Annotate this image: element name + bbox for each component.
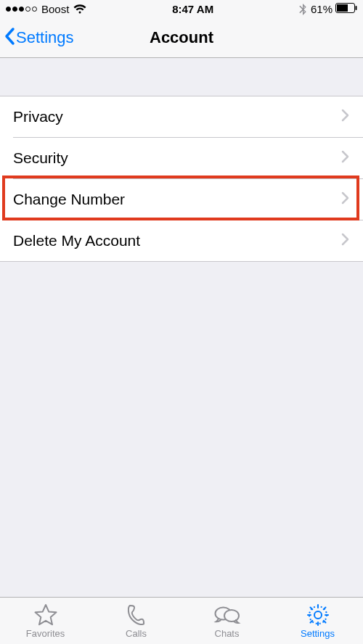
row-security[interactable]: Security bbox=[0, 138, 363, 178]
battery-percent-label: 61% bbox=[311, 3, 333, 15]
tab-calls[interactable]: Calls bbox=[91, 598, 182, 644]
chevron-right-icon bbox=[341, 149, 350, 167]
tab-favorites-label: Favorites bbox=[26, 628, 65, 639]
back-label: Settings bbox=[16, 28, 74, 47]
carrier-label: Boost bbox=[41, 3, 69, 15]
status-right: 61% bbox=[299, 3, 357, 15]
tab-bar: Favorites Calls Chats Settings bbox=[0, 597, 363, 644]
wifi-icon bbox=[73, 4, 86, 15]
svg-point-5 bbox=[314, 611, 322, 619]
status-left: Boost bbox=[6, 3, 86, 15]
star-icon bbox=[33, 603, 58, 627]
tab-favorites[interactable]: Favorites bbox=[0, 598, 91, 644]
page-title: Account bbox=[150, 28, 213, 47]
tab-chats[interactable]: Chats bbox=[182, 598, 272, 644]
chevron-left-icon bbox=[3, 26, 17, 49]
tab-settings-label: Settings bbox=[301, 628, 335, 639]
tab-chats-label: Chats bbox=[215, 628, 240, 639]
phone-icon bbox=[125, 603, 148, 627]
chevron-right-icon bbox=[341, 232, 350, 249]
clock-label: 8:47 AM bbox=[172, 3, 213, 15]
content-area: Privacy Security Change Number Delete My… bbox=[0, 58, 363, 597]
bluetooth-icon bbox=[299, 4, 306, 15]
row-change-number[interactable]: Change Number bbox=[0, 179, 363, 220]
status-bar: Boost 8:47 AM 61% bbox=[0, 0, 363, 18]
row-privacy[interactable]: Privacy bbox=[0, 96, 363, 137]
row-change-number-label: Change Number bbox=[13, 191, 341, 208]
svg-rect-2 bbox=[355, 6, 356, 10]
back-button[interactable]: Settings bbox=[3, 18, 74, 57]
row-delete-account-label: Delete My Account bbox=[13, 232, 341, 249]
svg-rect-1 bbox=[337, 4, 348, 12]
row-privacy-label: Privacy bbox=[13, 108, 341, 125]
chevron-right-icon bbox=[341, 108, 350, 125]
settings-group: Privacy Security Change Number Delete My… bbox=[0, 96, 363, 262]
battery-icon bbox=[335, 3, 357, 15]
chat-icon bbox=[213, 603, 241, 627]
tab-calls-label: Calls bbox=[126, 628, 147, 639]
chevron-right-icon bbox=[341, 191, 350, 208]
nav-bar: Settings Account bbox=[0, 18, 363, 58]
gear-icon bbox=[306, 603, 330, 627]
cellular-signal-icon bbox=[6, 7, 37, 12]
svg-point-4 bbox=[224, 610, 239, 622]
tab-settings[interactable]: Settings bbox=[272, 598, 363, 644]
row-security-label: Security bbox=[13, 149, 341, 167]
row-delete-account[interactable]: Delete My Account bbox=[0, 220, 363, 261]
